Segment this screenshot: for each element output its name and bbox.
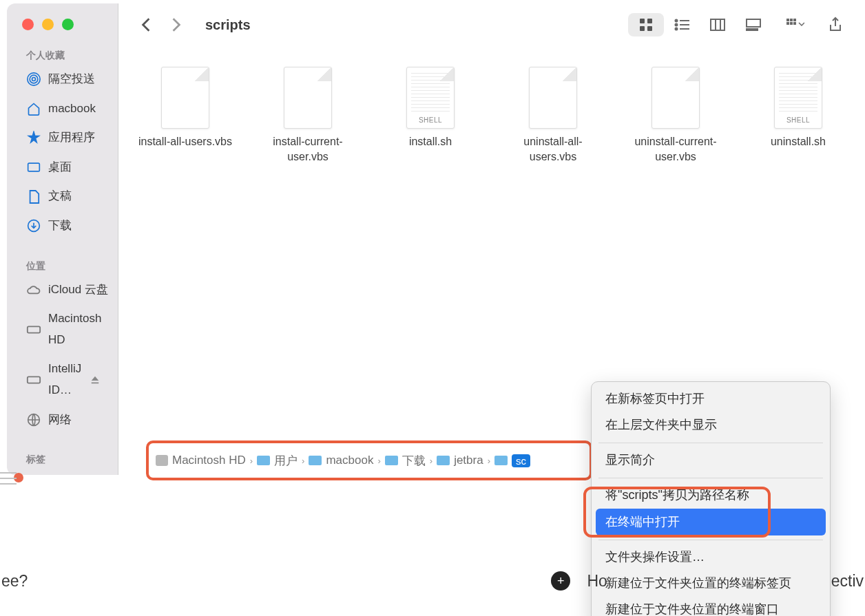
download-icon (26, 218, 41, 233)
minimize-button[interactable] (42, 19, 54, 30)
context-menu-item[interactable]: 在上层文件夹中显示 (592, 412, 830, 438)
sidebar-item-label: Macintosh HD (48, 308, 110, 350)
sidebar-item-airdrop[interactable]: 隔空投送 (7, 65, 118, 94)
sidebar-item-label: 桌面 (48, 157, 72, 178)
sidebar-item-home[interactable]: macbook (7, 94, 118, 124)
context-menu-item[interactable]: 显示简介 (592, 447, 830, 474)
context-menu-item[interactable]: 将"scripts"拷贝为路径名称 (592, 482, 830, 509)
svg-point-0 (32, 78, 36, 81)
sidebar-item-documents[interactable]: 文稿 (7, 182, 118, 211)
path-crumb-label: sc (512, 454, 530, 467)
apps-icon (26, 130, 41, 145)
path-crumb[interactable]: Macintosh HD (156, 454, 246, 467)
column-view-button[interactable] (700, 13, 736, 36)
view-mode-buttons (628, 13, 771, 36)
sidebar-item-desktop[interactable]: 桌面 (7, 153, 118, 182)
folder-icon (494, 456, 508, 465)
svg-rect-11 (647, 26, 652, 31)
svg-rect-10 (640, 26, 645, 31)
sidebar-item-applications[interactable]: 应用程序 (7, 123, 118, 153)
menu-separator (598, 443, 823, 443)
sidebar-item-label: IntelliJ ID… (48, 359, 83, 401)
svg-rect-25 (786, 19, 789, 21)
svg-rect-8 (640, 19, 645, 23)
file-icon (774, 67, 822, 129)
file-icon (161, 67, 209, 129)
svg-point-16 (676, 28, 678, 30)
menu-separator (598, 540, 823, 540)
maximize-button[interactable] (62, 19, 74, 30)
eject-icon[interactable] (90, 375, 100, 385)
share-button[interactable] (820, 13, 851, 36)
sidebar-item-label: 下载 (48, 215, 72, 237)
back-button[interactable] (140, 17, 152, 32)
path-crumb-label: Macintosh HD (172, 454, 246, 467)
context-menu-item[interactable]: 在新标签页中打开 (592, 386, 830, 412)
file-item[interactable]: install-all-users.vbs (134, 67, 237, 149)
file-label: install-all-users.vbs (138, 134, 232, 149)
close-button[interactable] (22, 19, 34, 30)
sidebar-item-icloud[interactable]: iCloud 云盘 (7, 275, 118, 305)
path-crumb[interactable]: jetbra (437, 454, 483, 467)
file-item[interactable]: install.sh (379, 67, 482, 149)
sidebar-item-label: 应用程序 (48, 127, 95, 149)
svg-point-1 (30, 75, 38, 83)
sidebar-item-downloads[interactable]: 下载 (7, 211, 118, 241)
file-item[interactable]: install-current-user.vbs (256, 67, 359, 164)
file-item[interactable]: uninstall-current-user.vbs (624, 67, 727, 164)
context-menu-item[interactable]: 新建位于文件夹位置的终端窗口 (592, 597, 830, 616)
svg-rect-27 (793, 19, 796, 21)
svg-rect-24 (755, 29, 758, 30)
path-crumb[interactable]: sc (494, 454, 530, 467)
folder-icon (437, 456, 450, 465)
path-bar-highlighted: Macintosh HD›用户›macbook›下载›jetbra›sc (146, 440, 592, 480)
sidebar-section-favorites: 个人收藏 (7, 30, 118, 65)
svg-rect-23 (751, 29, 753, 30)
window-controls (7, 16, 118, 30)
context-menu-item[interactable]: 在终端中打开 (596, 509, 826, 536)
svg-rect-30 (793, 22, 796, 25)
svg-rect-5 (28, 326, 40, 332)
sidebar-item-label: 网络 (48, 410, 72, 431)
path-crumb[interactable]: 用户 (257, 453, 298, 469)
svg-rect-6 (28, 376, 40, 383)
path-crumb[interactable]: macbook (309, 454, 373, 467)
file-item[interactable]: uninstall-all-users.vbs (501, 67, 605, 164)
chevron-right-icon: › (250, 456, 253, 466)
background-page-text: ee? + Ho ectiv (0, 571, 865, 591)
file-label: uninstall-current-user.vbs (624, 134, 727, 164)
disk-icon (26, 322, 41, 337)
svg-rect-28 (786, 22, 789, 25)
path-crumb[interactable]: 下载 (385, 453, 426, 469)
file-label: install.sh (409, 134, 452, 149)
sidebar-section-locations: 位置 (7, 241, 118, 275)
path-crumb-label: 用户 (274, 453, 298, 469)
svg-rect-26 (790, 19, 793, 21)
sidebar-item-intellij[interactable]: IntelliJ ID… (7, 354, 118, 405)
gallery-view-button[interactable] (736, 13, 771, 36)
file-item[interactable]: uninstall.sh (747, 67, 850, 149)
folder-icon (257, 456, 270, 465)
list-view-button[interactable] (664, 13, 700, 36)
forward-button[interactable] (171, 17, 182, 32)
sidebar-item-label: iCloud 云盘 (48, 279, 108, 301)
group-button[interactable] (780, 13, 811, 36)
airdrop-icon (26, 72, 41, 87)
chevron-right-icon: › (302, 456, 304, 466)
path-bar[interactable]: Macintosh HD›用户›macbook›下载›jetbra›sc (156, 453, 530, 469)
disk-icon (26, 372, 41, 387)
sidebar-item-macintosh-hd[interactable]: Macintosh HD (7, 304, 118, 354)
window-title: scripts (205, 17, 251, 33)
svg-rect-18 (711, 19, 725, 30)
chevron-right-icon: › (430, 456, 432, 466)
sidebar-item-label: 隔空投送 (48, 69, 95, 90)
desktop-icon (26, 160, 41, 175)
cloud-icon (26, 282, 41, 297)
folder-icon (385, 456, 398, 465)
sidebar-item-network[interactable]: 网络 (7, 405, 118, 435)
context-menu-item[interactable]: 文件夹操作设置… (592, 544, 830, 571)
plus-icon[interactable]: + (551, 571, 570, 591)
file-icon (529, 67, 577, 129)
svg-rect-9 (647, 19, 652, 23)
icon-view-button[interactable] (628, 13, 664, 36)
